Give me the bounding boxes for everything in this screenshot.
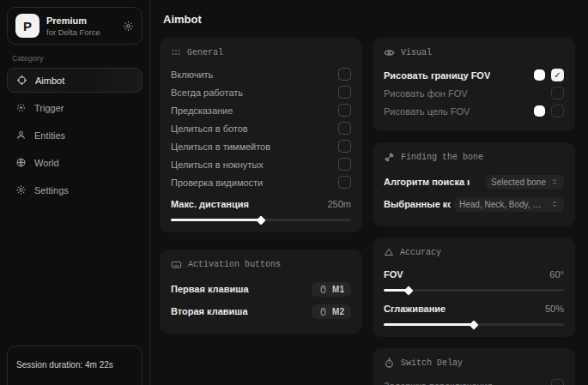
brand-subtitle: for Delta Force bbox=[46, 27, 116, 37]
session-duration-text: Session duration: 4m 22s bbox=[16, 360, 113, 370]
sidebar-item-label: Settings bbox=[34, 185, 69, 196]
toggle-row: Проверка видимости bbox=[171, 173, 351, 191]
toggle-row: Целиться в тиммейтов bbox=[171, 137, 351, 155]
sidebar-item-trigger[interactable]: Trigger bbox=[7, 95, 142, 120]
page-title: Aimbot bbox=[163, 13, 588, 26]
category-label: Category bbox=[12, 54, 137, 63]
keybind-row: Первая клавиша M1 bbox=[171, 278, 351, 300]
globe-icon bbox=[15, 157, 27, 168]
gear-icon[interactable] bbox=[123, 21, 134, 32]
session-duration-box: Session duration: 4m 22s bbox=[7, 346, 142, 385]
panel-switch-delay: Switch Delay Задержка переключения Задер… bbox=[373, 348, 575, 385]
slider[interactable] bbox=[384, 289, 564, 292]
unfold-icon bbox=[550, 177, 559, 186]
fov-slider-row: FOV 60° bbox=[384, 265, 564, 292]
slider-handle[interactable] bbox=[469, 320, 478, 329]
visual-row: Рисовать фон FOV bbox=[384, 84, 564, 102]
visual-row: Рисовать цель FOV bbox=[384, 102, 564, 120]
panel-finding-bone: Finding the bone Алгоритм поиска костей … bbox=[373, 142, 575, 226]
toggle-row: Целиться в нокнутых bbox=[171, 155, 351, 173]
eye-icon bbox=[384, 47, 395, 58]
sidebar-item-world[interactable]: World bbox=[7, 150, 142, 175]
checkbox[interactable] bbox=[551, 87, 564, 99]
mouse-icon bbox=[318, 307, 328, 316]
sidebar-item-label: Trigger bbox=[34, 103, 64, 113]
brand-box: P Premium for Delta Force bbox=[7, 7, 142, 45]
settings-gear-icon bbox=[15, 184, 27, 196]
keybind-button-m2[interactable]: M2 bbox=[312, 304, 351, 319]
trigger-icon bbox=[15, 102, 27, 113]
slider-value: 50% bbox=[545, 304, 564, 314]
checkbox[interactable] bbox=[338, 86, 351, 99]
stopwatch-icon bbox=[384, 358, 395, 369]
toggle-row: Всегда работать bbox=[171, 83, 351, 101]
unfold-icon bbox=[550, 200, 559, 208]
sidebar-item-entities[interactable]: Entities bbox=[7, 123, 142, 147]
max-distance-slider-row: Макс. дистанция 250m bbox=[171, 195, 351, 221]
dropdown-row: Алгоритм поиска костей Selected bone bbox=[384, 171, 564, 193]
visual-row: Рисовать границу FOV ✓ bbox=[384, 66, 564, 84]
brand-logo: P bbox=[15, 14, 39, 38]
panel-title: Visual bbox=[401, 48, 432, 57]
keyboard-icon bbox=[171, 259, 182, 270]
main-content: Aimbot General Включить Всегда работать … bbox=[150, 0, 588, 385]
toggle-row: Предсказание bbox=[171, 101, 351, 119]
sidebar-item-label: World bbox=[34, 158, 59, 168]
checkbox[interactable] bbox=[338, 68, 351, 81]
checkbox[interactable] bbox=[338, 176, 351, 189]
mouse-icon bbox=[318, 285, 328, 294]
checkbox[interactable] bbox=[338, 140, 351, 153]
bone-icon bbox=[384, 152, 395, 163]
bone-algorithm-select[interactable]: Selected bone bbox=[486, 175, 564, 189]
slider-value: 60° bbox=[549, 269, 564, 280]
keybind-row: Вторая клавиша M2 bbox=[171, 300, 351, 322]
sidebar: P Premium for Delta Force Category Aimbo… bbox=[0, 0, 150, 385]
checkbox[interactable] bbox=[338, 104, 351, 117]
slider-handle[interactable] bbox=[404, 286, 414, 295]
dropdown-row: Выбранные кости Head, Neck, Body, Pe.. bbox=[384, 193, 564, 215]
panel-title: General bbox=[187, 48, 223, 57]
sidebar-item-label: Aimbot bbox=[35, 75, 64, 86]
toggle-row: Задержка переключения bbox=[384, 376, 564, 385]
toggle-row: Включить bbox=[171, 65, 351, 83]
keybind-button-m1[interactable]: M1 bbox=[312, 282, 351, 297]
crosshair-icon bbox=[16, 75, 27, 86]
checkbox[interactable] bbox=[551, 105, 564, 117]
brand-name: Premium bbox=[46, 15, 116, 26]
slider-handle[interactable] bbox=[256, 215, 265, 225]
checkbox[interactable] bbox=[338, 122, 351, 135]
panel-title: Finding the bone bbox=[401, 153, 483, 162]
slider[interactable] bbox=[384, 323, 564, 326]
checkbox[interactable] bbox=[551, 379, 564, 385]
sidebar-item-settings[interactable]: Settings bbox=[7, 177, 142, 202]
panel-title: Accuracy bbox=[400, 248, 441, 257]
selected-bones-select[interactable]: Head, Neck, Body, Pe.. bbox=[454, 197, 564, 212]
sidebar-item-label: Entities bbox=[34, 130, 65, 141]
panel-title: Switch Delay bbox=[401, 358, 463, 368]
panel-title: Activation buttons bbox=[188, 260, 281, 269]
panel-general: General Включить Всегда работать Предска… bbox=[160, 38, 362, 232]
slider-value: 250m bbox=[327, 199, 351, 209]
color-swatch[interactable] bbox=[534, 69, 545, 81]
toggle-row: Целиться в ботов bbox=[171, 119, 351, 137]
slider[interactable] bbox=[171, 219, 351, 221]
checkbox[interactable]: ✓ bbox=[551, 69, 564, 81]
sidebar-item-aimbot[interactable]: Aimbot bbox=[7, 68, 142, 93]
triangle-icon bbox=[384, 247, 394, 257]
panel-activation-buttons: Activation buttons Первая клавиша M1 bbox=[160, 250, 362, 334]
panel-visual: Visual Рисовать границу FOV ✓ Рисовать ф… bbox=[373, 38, 575, 131]
checkbox[interactable] bbox=[338, 158, 351, 171]
smoothing-slider-row: Сглаживание 50% bbox=[384, 299, 564, 326]
entities-icon bbox=[15, 129, 27, 141]
panel-accuracy: Accuracy FOV 60° Сглаживание 50% bbox=[373, 238, 575, 337]
color-swatch[interactable] bbox=[534, 105, 545, 117]
grid-icon bbox=[171, 47, 181, 57]
